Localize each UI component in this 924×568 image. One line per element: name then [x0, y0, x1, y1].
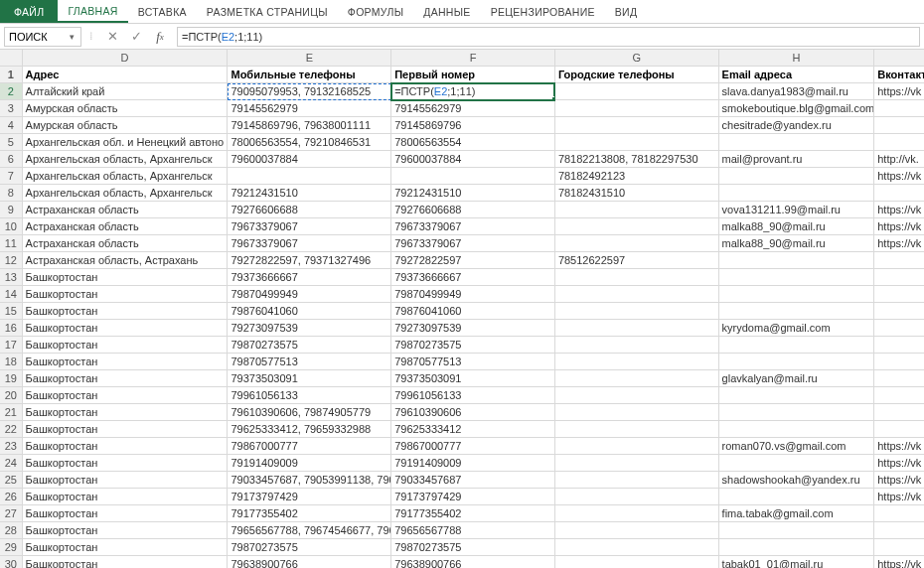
cell-H16[interactable]: kyrydoma@gmail.com [718, 320, 874, 337]
cell-G18[interactable] [554, 354, 718, 370]
cell-H6[interactable]: mail@provant.ru [718, 151, 874, 168]
cell-H8[interactable] [718, 185, 874, 202]
cell-G23[interactable] [554, 438, 718, 455]
row-header-13[interactable]: 13 [0, 269, 22, 286]
cell-D18[interactable]: Башкортостан [22, 354, 228, 370]
cell-G7[interactable]: 78182492123 [554, 168, 718, 185]
cell-G9[interactable] [554, 202, 718, 218]
cell-I30[interactable]: https://vk [874, 556, 924, 569]
cell-D17[interactable]: Башкортостан [22, 337, 228, 354]
cell-D25[interactable]: Башкортостан [22, 472, 228, 489]
row-header-17[interactable]: 17 [0, 337, 22, 354]
cell-E2[interactable]: 79095079953, 79132168525 [228, 83, 391, 100]
cell-F14[interactable]: 79870499949 [391, 286, 555, 303]
row-header-8[interactable]: 8 [0, 185, 22, 202]
cell-H26[interactable] [718, 489, 874, 505]
cell-E13[interactable]: 79373666667 [228, 269, 391, 286]
cell-D22[interactable]: Башкортостан [22, 421, 228, 438]
cell-H7[interactable] [718, 168, 874, 185]
row-header-14[interactable]: 14 [0, 286, 22, 303]
cell-H17[interactable] [718, 337, 874, 354]
row-header-28[interactable]: 28 [0, 522, 22, 539]
cell-E29[interactable]: 79870273575 [228, 539, 391, 556]
spreadsheet-grid[interactable]: D E F G H 1 Адрес Мобильные телефоны Пер… [0, 50, 924, 568]
cell-E8[interactable]: 79212431510 [228, 185, 391, 202]
cell-I22[interactable] [874, 421, 924, 438]
cell-E24[interactable]: 79191409009 [228, 455, 391, 472]
tab-review[interactable]: РЕЦЕНЗИРОВАНИЕ [481, 0, 605, 23]
cell-H14[interactable] [718, 286, 874, 303]
cell-I14[interactable] [874, 286, 924, 303]
cell-I12[interactable] [874, 252, 924, 269]
cell-H19[interactable]: glavkalyan@mail.ru [718, 370, 874, 387]
row-header-27[interactable]: 27 [0, 505, 22, 522]
cell-E15[interactable]: 79876041060 [228, 303, 391, 320]
cell-F7[interactable] [391, 168, 555, 185]
cell-F27[interactable]: 79177355402 [391, 505, 555, 522]
row-header-6[interactable]: 6 [0, 151, 22, 168]
cell-E26[interactable]: 79173797429 [228, 489, 391, 505]
cell-G30[interactable] [554, 556, 718, 569]
row-header-16[interactable]: 16 [0, 320, 22, 337]
cell-H13[interactable] [718, 269, 874, 286]
cell-I18[interactable] [874, 354, 924, 370]
cell-E23[interactable]: 79867000777 [228, 438, 391, 455]
cell-E7[interactable] [228, 168, 391, 185]
cell-H24[interactable] [718, 455, 874, 472]
cell-E4[interactable]: 79145869796, 79638001111 [228, 117, 391, 134]
cell-H27[interactable]: fima.tabak@gmail.com [718, 505, 874, 522]
cell-F12[interactable]: 79272822597 [391, 252, 555, 269]
cell-H18[interactable] [718, 354, 874, 370]
cell-F19[interactable]: 79373503091 [391, 370, 555, 387]
row-header-20[interactable]: 20 [0, 387, 22, 404]
cell-D10[interactable]: Астраханская область [22, 218, 228, 235]
col-header-G[interactable]: G [554, 50, 718, 67]
cell-I20[interactable] [874, 387, 924, 404]
cell-H3[interactable]: smokeboutique.blg@gmail.com [718, 100, 874, 117]
cell-H10[interactable]: malka88_90@mail.ru [718, 218, 874, 235]
cell-I6[interactable]: http://vk. [874, 151, 924, 168]
formula-input-wrap[interactable]: =ПСТР(E2;1;11) [177, 27, 920, 47]
cell-F29[interactable]: 79870273575 [391, 539, 555, 556]
cell-E10[interactable]: 79673379067 [228, 218, 391, 235]
cell-G12[interactable]: 78512622597 [554, 252, 718, 269]
cell-I1[interactable]: Вконтакте [874, 67, 924, 83]
cell-D30[interactable]: Башкортостан [22, 556, 228, 569]
cell-H15[interactable] [718, 303, 874, 320]
cell-I3[interactable] [874, 100, 924, 117]
cell-D26[interactable]: Башкортостан [22, 489, 228, 505]
row-header-30[interactable]: 30 [0, 556, 22, 569]
cell-H9[interactable]: vova131211.99@mail.ru [718, 202, 874, 218]
cell-F11[interactable]: 79673379067 [391, 235, 555, 252]
row-header-7[interactable]: 7 [0, 168, 22, 185]
fill-handle[interactable] [551, 96, 555, 100]
row-header-23[interactable]: 23 [0, 438, 22, 455]
cell-I2[interactable]: https://vk [874, 83, 924, 100]
cell-F30[interactable]: 79638900766 [391, 556, 555, 569]
cell-D21[interactable]: Башкортостан [22, 404, 228, 421]
row-header-1[interactable]: 1 [0, 67, 22, 83]
cell-F22[interactable]: 79625333412 [391, 421, 555, 438]
cell-G22[interactable] [554, 421, 718, 438]
cell-F26[interactable]: 79173797429 [391, 489, 555, 505]
cell-G19[interactable] [554, 370, 718, 387]
cell-F23[interactable]: 79867000777 [391, 438, 555, 455]
cell-I24[interactable]: https://vk [874, 455, 924, 472]
cell-I21[interactable] [874, 404, 924, 421]
cell-I17[interactable] [874, 337, 924, 354]
cell-D6[interactable]: Архангельская область, Архангельск [22, 151, 228, 168]
cell-H20[interactable] [718, 387, 874, 404]
cell-G3[interactable] [554, 100, 718, 117]
cell-D2[interactable]: Алтайский край [22, 83, 228, 100]
row-header-22[interactable]: 22 [0, 421, 22, 438]
col-header-F[interactable]: F [391, 50, 555, 67]
cell-G11[interactable] [554, 235, 718, 252]
cell-H29[interactable] [718, 539, 874, 556]
tab-file[interactable]: ФАЙЛ [0, 0, 58, 23]
row-header-10[interactable]: 10 [0, 218, 22, 235]
cell-D27[interactable]: Башкортостан [22, 505, 228, 522]
name-box-wrap[interactable]: ▾ [4, 27, 81, 47]
cell-D16[interactable]: Башкортостан [22, 320, 228, 337]
cell-E9[interactable]: 79276606688 [228, 202, 391, 218]
cell-H23[interactable]: roman070.vs@gmail.com [718, 438, 874, 455]
